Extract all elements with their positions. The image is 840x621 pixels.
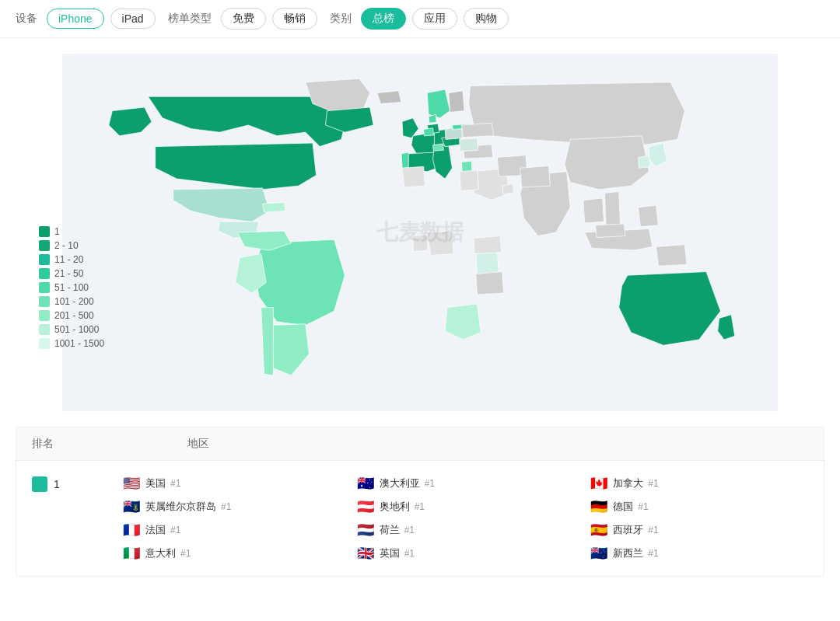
chart-type-label: 榜单类型 — [168, 12, 212, 26]
all-chart-button[interactable]: 总榜 — [361, 8, 406, 30]
legend-container: 1 2 - 10 11 - 20 21 - 50 51 - 100 101 - … — [39, 226, 104, 349]
country-name: 西班牙 — [613, 523, 643, 537]
legend-label: 501 - 1000 — [54, 324, 99, 335]
country-flag: 🇦🇺 — [356, 477, 375, 490]
country-name: 英国 — [380, 546, 400, 560]
legend-label: 1001 - 1500 — [54, 338, 104, 349]
legend-color-box — [39, 226, 50, 237]
legend-label: 51 - 100 — [54, 282, 89, 293]
rank-number: 1 — [54, 478, 60, 490]
toolbar: 设备 iPhone iPad 榜单类型 免费 畅销 类别 总榜 应用 购物 — [0, 0, 840, 38]
country-item: 🇬🇧 英国 #1 — [356, 543, 575, 563]
legend-label: 201 - 500 — [54, 310, 94, 321]
country-name: 新西兰 — [613, 546, 643, 560]
country-name: 澳大利亚 — [380, 476, 420, 490]
country-item: 🇦🇺 澳大利亚 #1 — [356, 473, 575, 494]
country-rank: #1 — [170, 478, 180, 489]
legend-item: 21 - 50 — [39, 268, 104, 279]
legend-item: 1 — [39, 226, 104, 237]
shopping-button[interactable]: 购物 — [464, 8, 509, 30]
legend-color-box — [39, 324, 50, 335]
country-name: 法国 — [145, 523, 166, 537]
map-svg — [16, 54, 824, 411]
country-flag: 🇳🇿 — [590, 547, 608, 560]
legend-item: 101 - 200 — [39, 296, 104, 307]
legend-item: 51 - 100 — [39, 282, 104, 293]
country-name: 美国 — [145, 476, 166, 490]
legend-color-box — [39, 254, 50, 265]
legend-label: 21 - 50 — [54, 268, 83, 279]
country-flag: 🇺🇸 — [122, 477, 141, 490]
legend-color-box — [39, 240, 50, 251]
country-flag: 🇬🇧 — [356, 547, 375, 560]
legend-color-box — [39, 268, 50, 279]
country-flag: 🇫🇷 — [122, 524, 141, 536]
country-rank: #1 — [648, 478, 658, 489]
world-map[interactable]: 七麦数据 — [16, 54, 824, 411]
country-rank: #1 — [648, 548, 658, 559]
country-rank: #1 — [404, 548, 415, 559]
country-rank: #1 — [638, 501, 648, 512]
country-rank: #1 — [180, 548, 191, 559]
country-flag: 🇻🇬 — [122, 501, 141, 513]
apps-button[interactable]: 应用 — [412, 8, 457, 30]
legend-item: 501 - 1000 — [39, 324, 104, 335]
free-button[interactable]: 免费 — [221, 8, 266, 30]
country-name: 德国 — [613, 500, 633, 514]
country-rank: #1 — [404, 525, 415, 536]
country-rank: #1 — [415, 501, 425, 512]
country-item: 🇫🇷 法国 #1 — [122, 520, 341, 540]
country-item: 🇪🇸 西班牙 #1 — [590, 520, 808, 540]
country-item: 🇨🇦 加拿大 #1 — [590, 473, 808, 494]
legend-color-box — [39, 338, 50, 349]
country-item: 🇳🇿 新西兰 #1 — [590, 543, 808, 563]
legend-item: 201 - 500 — [39, 310, 104, 321]
legend-color-box — [39, 310, 50, 321]
rankings-body: 1 🇺🇸 美国 #1 🇦🇺 澳大利亚 #1 🇨🇦 加拿大 #1 🇻🇬 英属维尔京… — [16, 461, 824, 576]
country-name: 荷兰 — [380, 523, 400, 537]
iphone-button[interactable]: iPhone — [47, 9, 104, 29]
rank-badge: 1 — [32, 473, 110, 492]
country-name: 加拿大 — [613, 476, 643, 490]
country-flag: 🇪🇸 — [590, 524, 608, 536]
legend-item: 2 - 10 — [39, 240, 104, 251]
legend-item: 11 - 20 — [39, 254, 104, 265]
country-item: 🇻🇬 英属维尔京群岛 #1 — [122, 497, 341, 517]
col-rank-header: 排名 — [32, 437, 125, 451]
bestseller-button[interactable]: 畅销 — [272, 8, 317, 30]
country-rank: #1 — [425, 478, 435, 489]
country-flag: 🇩🇪 — [590, 501, 608, 513]
country-name: 奥地利 — [380, 500, 410, 514]
country-item: 🇩🇪 德国 #1 — [590, 497, 808, 517]
device-label: 设备 — [16, 12, 37, 26]
legend-color-box — [39, 282, 50, 293]
countries-grid: 🇺🇸 美国 #1 🇦🇺 澳大利亚 #1 🇨🇦 加拿大 #1 🇻🇬 英属维尔京群岛… — [122, 473, 808, 563]
country-item: 🇳🇱 荷兰 #1 — [356, 520, 575, 540]
col-region-header: 地区 — [125, 437, 808, 451]
country-name: 意大利 — [145, 546, 176, 560]
rank-row: 1 🇺🇸 美国 #1 🇦🇺 澳大利亚 #1 🇨🇦 加拿大 #1 🇻🇬 英属维尔京… — [32, 473, 808, 563]
country-flag: 🇮🇹 — [122, 547, 141, 560]
legend-label: 101 - 200 — [54, 296, 94, 307]
country-item: 🇮🇹 意大利 #1 — [122, 543, 341, 563]
legend-color-box — [39, 296, 50, 307]
category-label: 类别 — [330, 12, 352, 26]
legend-label: 2 - 10 — [54, 240, 79, 251]
legend-label: 1 — [54, 226, 60, 237]
legend-label: 11 - 20 — [54, 254, 83, 265]
country-item: 🇦🇹 奥地利 #1 — [356, 497, 575, 517]
rankings-header: 排名 地区 — [16, 427, 824, 461]
rankings-section: 排名 地区 1 🇺🇸 美国 #1 🇦🇺 澳大利亚 #1 🇨🇦 加拿大 #1 🇻🇬… — [16, 427, 824, 577]
country-item: 🇺🇸 美国 #1 — [122, 473, 341, 494]
country-rank: #1 — [648, 525, 658, 536]
ipad-button[interactable]: iPad — [110, 9, 156, 29]
rank-color-square — [32, 476, 47, 492]
map-section: 七麦数据 1 2 - 10 11 - 20 21 - 50 51 - 100 1… — [0, 38, 840, 411]
country-flag: 🇳🇱 — [356, 524, 375, 536]
country-rank: #1 — [221, 501, 231, 512]
country-name: 英属维尔京群岛 — [145, 500, 216, 514]
legend-item: 1001 - 1500 — [39, 338, 104, 349]
country-rank: #1 — [170, 525, 180, 536]
country-flag: 🇨🇦 — [590, 477, 608, 490]
country-flag: 🇦🇹 — [356, 501, 375, 513]
